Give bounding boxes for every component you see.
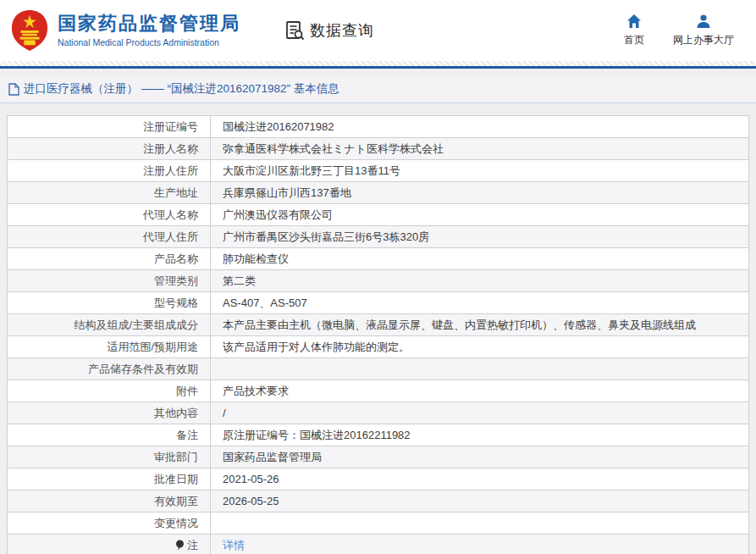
site-title-en: National Medical Products Administration xyxy=(58,36,240,48)
table-row: 注 详情 xyxy=(8,535,749,554)
field-value: 产品技术要求 xyxy=(211,380,749,402)
field-value: 该产品适用于对人体作肺功能的测定。 xyxy=(211,336,749,358)
field-label: 代理人住所 xyxy=(8,226,211,248)
field-label: 有效期至 xyxy=(8,490,211,512)
field-label: 产品名称 xyxy=(8,248,211,270)
nav-home-label: 首页 xyxy=(624,33,644,47)
field-label: 产品储存条件及有效期 xyxy=(8,358,211,380)
field-label: 生产地址 xyxy=(8,182,211,204)
field-value: 大阪市淀川区新北野三丁目13番11号 xyxy=(211,160,749,182)
field-label: 管理类别 xyxy=(8,270,211,292)
field-label: 注册证编号 xyxy=(8,116,211,138)
field-label: 批准日期 xyxy=(8,468,211,490)
nav-service-hall[interactable]: 网上办事大厅 xyxy=(673,14,734,47)
field-value: 国械注进20162071982 xyxy=(211,116,749,138)
note-icon xyxy=(175,540,185,551)
registration-info-table: 注册证编号 国械注进20162071982 注册人名称 弥拿通医科学株式会社ミナ… xyxy=(7,115,749,554)
data-query-section-title: 数据查询 xyxy=(284,20,374,41)
data-query-icon xyxy=(284,20,305,41)
breadcrumb-text: 进口医疗器械（注册） —— “国械注进20162071982” 基本信息 xyxy=(24,81,339,97)
table-row: 型号规格 AS-407、AS-507 xyxy=(8,292,749,314)
field-value: 原注册证编号：国械注进20162211982 xyxy=(211,424,749,446)
table-row: 有效期至 2026-05-25 xyxy=(8,490,749,512)
field-label: 注册人名称 xyxy=(8,138,211,160)
field-value: 广州市番禺区沙头街嘉品三街6号3栋320房 xyxy=(211,226,749,248)
site-title-cn: 国家药品监督管理局 xyxy=(58,13,240,35)
nav-home[interactable]: 首页 xyxy=(624,14,644,47)
table-row: 附件 产品技术要求 xyxy=(8,380,749,402)
field-value: AS-407、AS-507 xyxy=(211,292,749,314)
table-row: 代理人名称 广州澳迅仪器有限公司 xyxy=(8,204,749,226)
field-value: 兵庫県篠山市川西137番地 xyxy=(211,182,749,204)
table-row: 批准日期 2021-05-26 xyxy=(8,468,749,490)
field-label: 变更情况 xyxy=(8,512,211,535)
field-value: 2026-05-25 xyxy=(211,490,749,512)
field-label: 审批部门 xyxy=(8,446,211,468)
table-row: 注册证编号 国械注进20162071982 xyxy=(8,116,749,138)
field-value: 广州澳迅仪器有限公司 xyxy=(211,204,749,226)
table-row: 管理类别 第二类 xyxy=(8,270,749,292)
header: 国家药品监督管理局 National Medical Products Admi… xyxy=(0,0,756,61)
field-label: 注 xyxy=(8,535,211,554)
table-row: 备注 原注册证编号：国械注进20162211982 xyxy=(8,424,749,446)
field-value: 第二类 xyxy=(211,270,749,292)
field-value: 本产品主要由主机（微电脑、液晶显示屏、键盘、内置热敏打印机）、传感器、鼻夹及电源… xyxy=(211,314,749,336)
field-label: 代理人名称 xyxy=(8,204,211,226)
section-title-label: 数据查询 xyxy=(310,20,374,41)
document-icon xyxy=(8,83,19,96)
site-title-block: 国家药品监督管理局 National Medical Products Admi… xyxy=(58,13,240,48)
field-value: 2021-05-26 xyxy=(211,468,749,490)
field-label: 型号规格 xyxy=(8,292,211,314)
user-icon xyxy=(696,14,711,29)
field-value xyxy=(211,358,749,380)
field-label: 附件 xyxy=(8,380,211,402)
note-label: 注 xyxy=(187,539,198,551)
national-emblem-logo xyxy=(10,9,49,52)
field-label: 其他内容 xyxy=(8,402,211,424)
table-row: 结构及组成/主要组成成分 本产品主要由主机（微电脑、液晶显示屏、键盘、内置热敏打… xyxy=(8,314,749,336)
table-row: 产品名称 肺功能检查仪 xyxy=(8,248,749,270)
field-value: 弥拿通医科学株式会社ミナト医科学株式会社 xyxy=(211,138,749,160)
field-value: 肺功能检查仪 xyxy=(211,248,749,270)
field-value: 详情 xyxy=(211,535,749,554)
table-row: 生产地址 兵庫県篠山市川西137番地 xyxy=(8,182,749,204)
field-label: 注册人住所 xyxy=(8,160,211,182)
field-value: 国家药品监督管理局 xyxy=(211,446,749,468)
field-label: 适用范围/预期用途 xyxy=(8,336,211,358)
details-link[interactable]: 详情 xyxy=(223,539,245,551)
field-value xyxy=(211,512,749,535)
table-row: 其他内容 / xyxy=(8,402,749,424)
nav-service-hall-label: 网上办事大厅 xyxy=(673,33,734,47)
field-label: 结构及组成/主要组成成分 xyxy=(8,314,211,336)
table-row: 变更情况 xyxy=(8,512,749,535)
field-value: / xyxy=(211,402,749,424)
header-nav: 首页 网上办事大厅 xyxy=(624,14,734,47)
table-row: 注册人名称 弥拿通医科学株式会社ミナト医科学株式会社 xyxy=(8,138,749,160)
header-blue-line xyxy=(0,66,756,69)
home-icon xyxy=(626,14,642,29)
breadcrumb: 进口医疗器械（注册） —— “国械注进20162071982” 基本信息 xyxy=(0,76,756,103)
field-label: 备注 xyxy=(8,424,211,446)
table-row: 适用范围/预期用途 该产品适用于对人体作肺功能的测定。 xyxy=(8,336,749,358)
table-row: 代理人住所 广州市番禺区沙头街嘉品三街6号3栋320房 xyxy=(8,226,749,248)
table-row: 注册人住所 大阪市淀川区新北野三丁目13番11号 xyxy=(8,160,749,182)
table-row: 审批部门 国家药品监督管理局 xyxy=(8,446,749,468)
table-row: 产品储存条件及有效期 xyxy=(8,358,749,380)
